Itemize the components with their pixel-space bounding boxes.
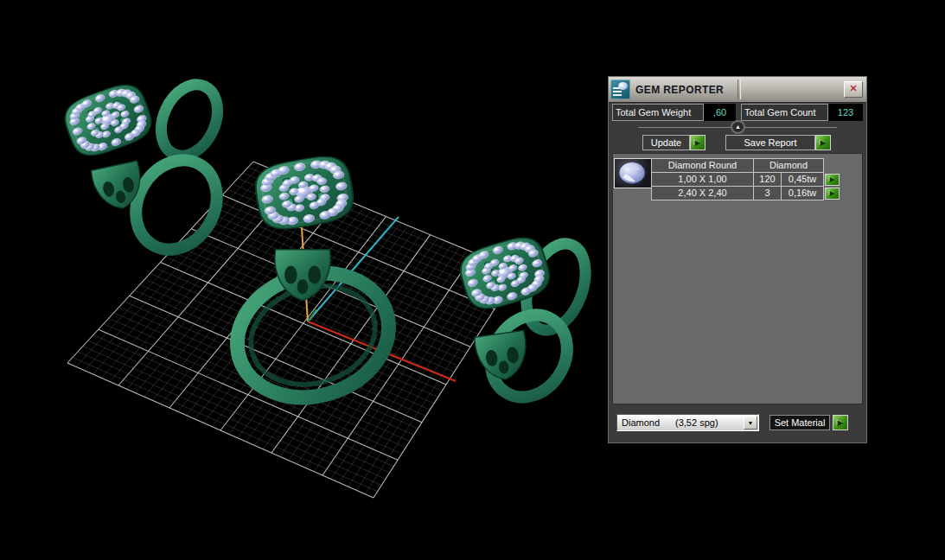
run-icon: ▶ xyxy=(695,138,701,147)
material-dropdown[interactable]: Diamond(3,52 spg) ▼ xyxy=(616,414,759,431)
material-density: (3,52 spg) xyxy=(675,417,718,428)
run-icon: ▶ xyxy=(820,138,827,147)
run-icon: ▶ xyxy=(838,418,844,427)
total-gem-weight-value: ,60 xyxy=(704,104,736,121)
gem-thumbnail xyxy=(614,158,652,188)
collapse-button[interactable]: ▲ xyxy=(731,120,745,134)
run-icon: ▶ xyxy=(829,189,834,197)
gem-reporter-panel: GEM REPORTER ✕ Total Gem Weight ,60 Tota… xyxy=(608,76,867,443)
close-button[interactable]: ✕ xyxy=(844,81,863,98)
col-header-size: Diamond Round xyxy=(652,159,754,173)
gem-reporter-icon xyxy=(610,80,630,99)
row-count: 3 xyxy=(754,187,782,200)
col-header-material: Diamond xyxy=(754,159,824,173)
total-gem-weight-label: Total Gem Weight xyxy=(612,104,704,121)
set-material-button[interactable]: Set Material xyxy=(769,415,830,430)
set-material-run-button[interactable]: ▶ xyxy=(833,415,848,430)
update-button[interactable]: Update xyxy=(642,135,690,150)
ring-left[interactable] xyxy=(59,76,233,264)
row-size[interactable]: 2,40 X 2,40 xyxy=(652,187,754,200)
save-report-button[interactable]: Save Report xyxy=(725,135,815,150)
save-report-run-button[interactable]: ▶ xyxy=(815,135,831,150)
panel-titlebar[interactable]: GEM REPORTER ✕ xyxy=(609,77,866,103)
total-gem-count-value: 123 xyxy=(828,104,863,121)
panel-title: GEM REPORTER xyxy=(635,84,724,96)
total-gem-count-label: Total Gem Count xyxy=(741,104,828,121)
ring-right[interactable] xyxy=(455,232,596,412)
gem-thumbnail-icon xyxy=(615,159,651,188)
titlebar-divider xyxy=(737,80,741,99)
row-run-button[interactable]: ▶ xyxy=(825,174,840,186)
row-weight: 0,16tw xyxy=(782,187,824,200)
row-count: 120 xyxy=(754,173,782,187)
row-run-button[interactable]: ▶ xyxy=(825,188,840,200)
totals-row: Total Gem Weight ,60 Total Gem Count 123 xyxy=(612,104,865,121)
material-selected: Diamond xyxy=(617,417,660,428)
gem-table: Diamond Round Diamond 1,00 X 1,00 120 0,… xyxy=(651,158,824,200)
dropdown-icon: ▼ xyxy=(748,420,754,426)
collapse-icon: ▲ xyxy=(735,124,741,130)
app-window: GEM REPORTER ✕ Total Gem Weight ,60 Tota… xyxy=(0,0,945,560)
dropdown-button[interactable]: ▼ xyxy=(744,416,757,430)
row-size[interactable]: 1,00 X 1,00 xyxy=(652,173,754,187)
close-icon: ✕ xyxy=(849,83,857,93)
run-icon: ▶ xyxy=(829,175,834,183)
update-run-button[interactable]: ▶ xyxy=(690,135,706,150)
row-weight: 0,45tw xyxy=(782,173,824,187)
